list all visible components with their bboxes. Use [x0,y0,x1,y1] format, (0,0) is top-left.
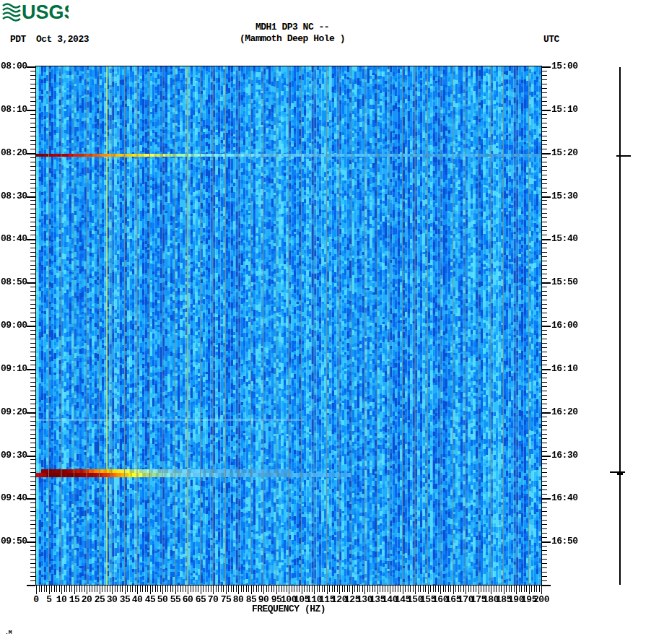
left-axis-tick [30,494,35,495]
right-axis-tick [542,533,547,534]
left-axis-tick [30,472,35,473]
left-axis-tick [30,404,35,404]
right-axis-tick [542,118,547,119]
left-axis-tick [30,468,35,469]
bottom-axis-tick [337,586,338,592]
bottom-axis-tick [59,586,60,592]
right-axis-tick-label: 16:20 [551,407,578,417]
bottom-axis-tick [69,586,70,592]
right-axis-tick [542,347,547,348]
bottom-axis-tick [504,586,504,594]
right-axis-tick [542,386,547,387]
bottom-axis-tick [198,586,198,592]
bottom-axis-tick [49,586,50,594]
bottom-axis-tick [362,586,363,592]
left-axis-tick [30,524,35,525]
right-axis-tick [542,356,547,357]
left-axis-tick [30,399,35,400]
left-axis-tick [30,373,35,374]
left-axis-tick [30,118,35,119]
right-axis-tick [542,196,551,198]
right-axis-tick [542,585,551,586]
left-axis-tick [30,235,35,235]
bottom-axis-tick [261,586,262,592]
right-axis-tick [542,295,547,296]
bottom-axis-tick [92,586,92,592]
right-axis-tick [542,489,547,490]
left-axis-tick-label: 08:50 [1,277,27,287]
bottom-axis-tick [405,586,406,592]
bottom-axis-tick [322,586,323,592]
bottom-axis-tick [521,586,522,592]
right-axis-tick [542,66,551,68]
bottom-axis-tick [287,586,287,592]
bottom-axis-tick [324,586,325,592]
bottom-axis-tick [531,586,532,592]
left-axis-tick [30,71,35,71]
bottom-axis-tick [536,586,537,592]
bottom-axis-tick [440,586,441,594]
left-axis-tick [30,378,35,378]
right-axis-tick [542,79,547,80]
usgs-logo: USGS [2,1,69,25]
left-axis-tick [30,347,35,348]
right-axis-tick [542,131,547,132]
right-axis-tick [542,404,547,404]
bottom-axis-tick [256,586,257,592]
right-axis-tick [542,179,547,180]
right-axis-tick [542,550,547,551]
bottom-axis-tick [390,586,390,594]
right-axis-tick [542,443,547,443]
bottom-axis-tick [347,586,348,592]
left-axis-tick [30,464,35,464]
bottom-axis-tick [541,586,542,594]
right-axis-tick [542,408,547,409]
left-axis-tick [27,498,35,500]
right-axis-tick [542,317,547,318]
right-axis-tick [542,226,547,227]
left-axis-tick [30,533,35,534]
right-axis-tick [542,183,547,184]
left-axis-tick [30,434,35,435]
left-axis-tick [30,144,35,145]
left-axis-tick [30,352,35,352]
right-axis-tick [542,541,551,543]
bottom-axis-tick [279,586,279,592]
left-axis-tick [30,183,35,184]
bottom-axis-tick [193,586,193,592]
bottom-axis-tick [372,586,373,592]
bottom-axis-tick [274,586,274,592]
bottom-axis-tick [248,586,249,592]
left-axis-tick [30,515,35,516]
right-axis-tick [542,528,547,529]
bottom-axis-tick [468,586,469,592]
bottom-axis-tick [105,586,105,592]
right-axis-tick [542,378,547,378]
left-axis-tick [30,451,35,452]
left-axis-tick [30,537,35,538]
bottom-axis-tick [155,586,156,592]
bottom-axis-tick [241,586,242,592]
bottom-axis-tick [302,586,302,594]
right-axis-tick-label: 15:10 [551,105,578,114]
bottom-axis-tick [388,586,388,592]
right-axis-tick [542,252,547,253]
left-axis-tick [30,356,35,357]
right-axis-tick [542,567,547,568]
left-axis-tick [30,365,35,365]
left-axis-tick [30,79,35,80]
left-axis-tick [30,447,35,448]
right-axis-tick [542,502,547,503]
right-axis-tick [542,97,547,97]
bottom-axis-tick [196,586,196,592]
right-axis-tick [542,421,547,422]
bottom-axis-tick [398,586,398,592]
left-axis-tick [27,541,35,543]
left-axis-tick [30,481,35,482]
left-axis-tick [27,66,35,68]
left-axis-tick [30,114,35,115]
left-axis-tick [30,550,35,551]
right-axis-tick [542,434,547,435]
left-axis-tick [30,123,35,123]
right-axis-tick [542,459,547,460]
